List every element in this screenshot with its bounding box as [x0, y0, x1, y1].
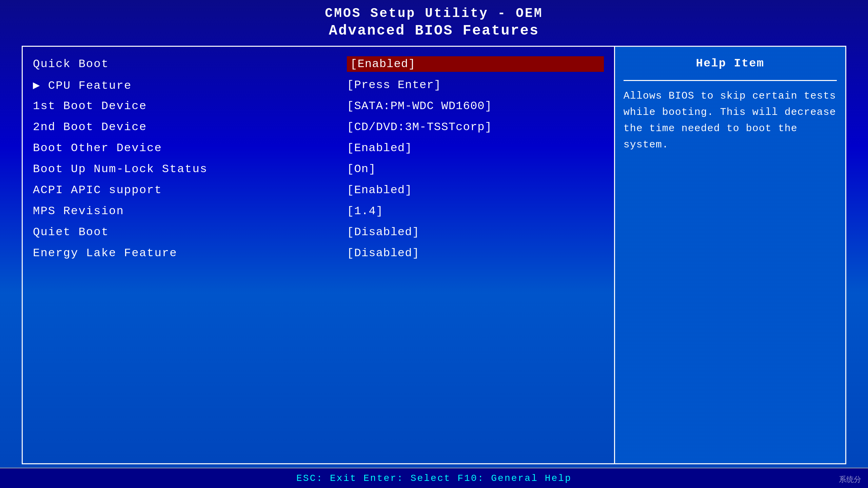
- bios-row[interactable]: Energy Lake Feature[Disabled]: [23, 243, 614, 264]
- bios-label: Quiet Boot: [33, 226, 347, 239]
- bios-value: [1.4]: [347, 205, 604, 218]
- bios-value: [Disabled]: [347, 226, 604, 239]
- bios-label: Boot Up Num-Lock Status: [33, 163, 347, 176]
- right-panel: Help Item Allows BIOS to skip certain te…: [615, 47, 845, 463]
- bios-row[interactable]: MPS Revision[1.4]: [23, 201, 614, 222]
- bios-value: [CD/DVD:3M-TSSTcorp]: [347, 121, 604, 134]
- bios-label: Energy Lake Feature: [33, 247, 347, 260]
- bios-value: [SATA:PM-WDC WD1600]: [347, 100, 604, 113]
- bios-label: 2nd Boot Device: [33, 121, 347, 134]
- bios-table: Quick Boot[Enabled]▶ CPU Feature[Press E…: [23, 47, 614, 463]
- bios-row[interactable]: 1st Boot Device[SATA:PM-WDC WD1600]: [23, 96, 614, 117]
- bios-value: [Press Enter]: [347, 79, 604, 92]
- bios-value: [Enabled]: [347, 142, 604, 155]
- bios-row[interactable]: Quick Boot[Enabled]: [23, 54, 614, 75]
- bios-row[interactable]: ACPI APIC support[Enabled]: [23, 180, 614, 201]
- top-title: CMOS Setup Utility - OEM: [0, 6, 868, 21]
- help-text: Allows BIOS to skip certain tests while …: [624, 88, 837, 153]
- bios-label: Boot Other Device: [33, 142, 347, 155]
- main-title: Advanced BIOS Features: [0, 23, 868, 39]
- bios-label: 1st Boot Device: [33, 100, 347, 113]
- bios-label: ▶ CPU Feature: [33, 78, 347, 92]
- bios-value: [Enabled]: [347, 184, 604, 197]
- bios-value: [Enabled]: [347, 56, 604, 72]
- bios-label: Quick Boot: [33, 58, 347, 70]
- bios-row[interactable]: Quiet Boot[Disabled]: [23, 222, 614, 243]
- bios-value: [On]: [347, 163, 604, 176]
- bios-screen: CMOS Setup Utility - OEM Advanced BIOS F…: [0, 0, 868, 488]
- main-content: Quick Boot[Enabled]▶ CPU Feature[Press E…: [22, 46, 846, 464]
- bottom-bar-text: ESC: Exit Enter: Select F10: General Hel…: [296, 473, 572, 484]
- help-title: Help Item: [624, 57, 837, 70]
- bios-value: [Disabled]: [347, 247, 604, 260]
- bottom-bar: ESC: Exit Enter: Select F10: General Hel…: [0, 468, 868, 488]
- bios-label: ACPI APIC support: [33, 184, 347, 197]
- bios-row[interactable]: Boot Other Device[Enabled]: [23, 138, 614, 159]
- bios-label: MPS Revision: [33, 205, 347, 218]
- title-bar: CMOS Setup Utility - OEM Advanced BIOS F…: [0, 0, 868, 42]
- bios-row[interactable]: Boot Up Num-Lock Status[On]: [23, 159, 614, 180]
- left-panel: Quick Boot[Enabled]▶ CPU Feature[Press E…: [23, 47, 615, 463]
- help-divider: [624, 80, 837, 81]
- bios-row[interactable]: 2nd Boot Device[CD/DVD:3M-TSSTcorp]: [23, 117, 614, 138]
- watermark: 系统分: [839, 474, 861, 485]
- bios-row[interactable]: ▶ CPU Feature[Press Enter]: [23, 75, 614, 96]
